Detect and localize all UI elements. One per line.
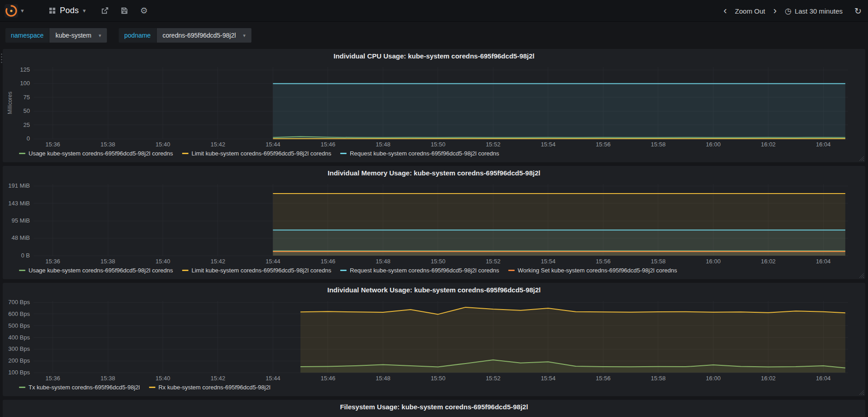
dashboard-picker[interactable]: Pods ▾	[49, 6, 86, 15]
legend-item[interactable]: Limit kube-system coredns-695f96dcd5-98j…	[182, 150, 332, 157]
svg-text:143 MiB: 143 MiB	[8, 200, 30, 207]
legend-item[interactable]: Request kube-system coredns-695f96dcd5-9…	[340, 150, 499, 157]
panel-title[interactable]: Individual Network Usage: kube-system co…	[5, 285, 863, 296]
gear-icon[interactable]: ⚙	[140, 5, 148, 16]
variable-podname-value: coredns-695f96dcd5-98j2l	[163, 32, 236, 39]
caret-down-icon: ▾	[99, 33, 101, 39]
variable-namespace-label: namespace	[5, 28, 49, 43]
legend-color-swatch	[149, 387, 155, 388]
svg-text:15:42: 15:42	[211, 375, 226, 382]
legend-label: Limit kube-system coredns-695f96dcd5-98j…	[192, 150, 332, 157]
svg-text:15:50: 15:50	[431, 141, 446, 148]
variable-namespace-dropdown[interactable]: kube-system ▾	[49, 28, 107, 43]
memory-usage-legend: Usage kube-system coredns-695f96dcd5-98j…	[19, 267, 863, 274]
legend-label: Usage kube-system coredns-695f96dcd5-98j…	[29, 150, 173, 157]
legend-label: Request kube-system coredns-695f96dcd5-9…	[350, 150, 499, 157]
grafana-logo-icon	[5, 4, 18, 18]
grafana-logo-button[interactable]: ▾	[0, 0, 34, 22]
svg-text:0: 0	[27, 135, 30, 142]
legend-label: Request kube-system coredns-695f96dcd5-9…	[350, 267, 499, 274]
caret-down-icon: ▾	[243, 33, 246, 39]
svg-text:15:42: 15:42	[211, 141, 226, 148]
legend-label: Working Set kube-system coredns-695f96dc…	[518, 267, 677, 274]
save-icon[interactable]	[121, 7, 128, 15]
variable-podname-dropdown[interactable]: coredns-695f96dcd5-98j2l ▾	[157, 28, 251, 43]
svg-text:15:52: 15:52	[486, 375, 501, 382]
dashboard-body: Individual CPU Usage: kube-system coredn…	[0, 48, 868, 417]
svg-text:191 MiB: 191 MiB	[8, 182, 30, 189]
zoom-out-button[interactable]: Zoom Out	[735, 7, 765, 15]
svg-text:95 MiB: 95 MiB	[12, 217, 30, 224]
panel-network-usage: Individual Network Usage: kube-system co…	[3, 283, 865, 396]
legend-color-swatch	[182, 270, 188, 271]
grid-icon	[49, 7, 56, 14]
svg-text:15:40: 15:40	[155, 258, 170, 265]
legend-item[interactable]: Working Set kube-system coredns-695f96dc…	[508, 267, 677, 274]
variable-podname: podname coredns-695f96dcd5-98j2l ▾	[119, 28, 251, 43]
svg-text:15:48: 15:48	[376, 258, 391, 265]
svg-text:15:44: 15:44	[265, 375, 280, 382]
svg-text:15:54: 15:54	[541, 141, 556, 148]
panel-memory-usage: Individual Memory Usage: kube-system cor…	[3, 166, 865, 279]
svg-text:48 MiB: 48 MiB	[12, 234, 30, 241]
svg-text:600 Bps: 600 Bps	[8, 310, 30, 317]
svg-text:15:54: 15:54	[541, 258, 556, 265]
legend-color-swatch	[19, 270, 25, 271]
legend-label: Usage kube-system coredns-695f96dcd5-98j…	[29, 267, 173, 274]
svg-text:15:52: 15:52	[486, 258, 501, 265]
svg-text:400 Bps: 400 Bps	[8, 334, 30, 341]
svg-text:15:58: 15:58	[651, 375, 666, 382]
variable-namespace-value: kube-system	[55, 32, 91, 39]
panel-title[interactable]: Filesystem Usage: kube-system coredns-69…	[5, 402, 863, 413]
legend-color-swatch	[19, 387, 25, 388]
svg-text:15:46: 15:46	[321, 258, 336, 265]
svg-text:16:02: 16:02	[761, 375, 776, 382]
svg-text:15:50: 15:50	[431, 375, 446, 382]
svg-text:16:04: 16:04	[816, 375, 831, 382]
legend-item[interactable]: Usage kube-system coredns-695f96dcd5-98j…	[19, 150, 173, 157]
svg-text:16:02: 16:02	[761, 258, 776, 265]
svg-text:75: 75	[24, 94, 30, 101]
legend-item[interactable]: Rx kube-system coredns-695f96dcd5-98j2l	[149, 384, 270, 391]
panel-title[interactable]: Individual CPU Usage: kube-system coredn…	[5, 51, 863, 63]
svg-text:15:58: 15:58	[651, 258, 666, 265]
legend-item[interactable]: Usage kube-system coredns-695f96dcd5-98j…	[19, 267, 173, 274]
legend-item[interactable]: Limit kube-system coredns-695f96dcd5-98j…	[182, 267, 332, 274]
svg-text:16:02: 16:02	[761, 141, 776, 148]
svg-text:50: 50	[24, 107, 30, 114]
svg-text:Millicores: Millicores	[7, 92, 13, 114]
chevron-right-icon[interactable]: ›	[772, 6, 777, 16]
svg-text:15:46: 15:46	[321, 141, 336, 148]
svg-text:16:00: 16:00	[706, 258, 721, 265]
memory-usage-chart[interactable]: 0 B48 MiB95 MiB143 MiB191 MiB15:3615:381…	[5, 179, 859, 267]
svg-text:100: 100	[20, 80, 30, 87]
legend-color-swatch	[340, 153, 347, 154]
chevron-left-icon[interactable]: ‹	[723, 6, 728, 16]
svg-text:15:46: 15:46	[321, 375, 336, 382]
cpu-usage-chart[interactable]: 025507510012515:3615:3815:4015:4215:4415…	[5, 63, 859, 150]
svg-text:15:44: 15:44	[265, 141, 280, 148]
svg-text:500 Bps: 500 Bps	[8, 322, 30, 329]
caret-down-icon: ▾	[21, 7, 24, 14]
share-icon[interactable]	[101, 7, 109, 15]
variable-namespace: namespace kube-system ▾	[5, 28, 107, 43]
svg-text:16:04: 16:04	[816, 141, 831, 148]
legend-item[interactable]: Request kube-system coredns-695f96dcd5-9…	[340, 267, 499, 274]
svg-text:300 Bps: 300 Bps	[8, 345, 30, 352]
svg-text:15:48: 15:48	[376, 141, 391, 148]
time-range-label: Last 30 minutes	[795, 7, 843, 15]
svg-text:15:56: 15:56	[596, 258, 611, 265]
svg-text:700 Bps: 700 Bps	[8, 299, 30, 305]
svg-text:15:50: 15:50	[431, 258, 446, 265]
svg-text:15:40: 15:40	[155, 141, 170, 148]
caret-down-icon: ▾	[83, 7, 86, 14]
panel-title[interactable]: Individual Memory Usage: kube-system cor…	[5, 168, 863, 179]
legend-item[interactable]: Tx kube-system coredns-695f96dcd5-98j2l	[19, 384, 140, 391]
svg-text:15:38: 15:38	[101, 141, 116, 148]
filesystem-usage-chart[interactable]	[5, 413, 859, 417]
row-drag-handle[interactable]	[1, 53, 2, 63]
svg-text:15:36: 15:36	[45, 141, 60, 148]
refresh-icon[interactable]: ↻	[854, 6, 862, 16]
network-usage-chart[interactable]: 100 Bps200 Bps300 Bps400 Bps500 Bps600 B…	[5, 296, 859, 383]
time-range-picker[interactable]: ◷ Last 30 minutes	[785, 6, 843, 16]
